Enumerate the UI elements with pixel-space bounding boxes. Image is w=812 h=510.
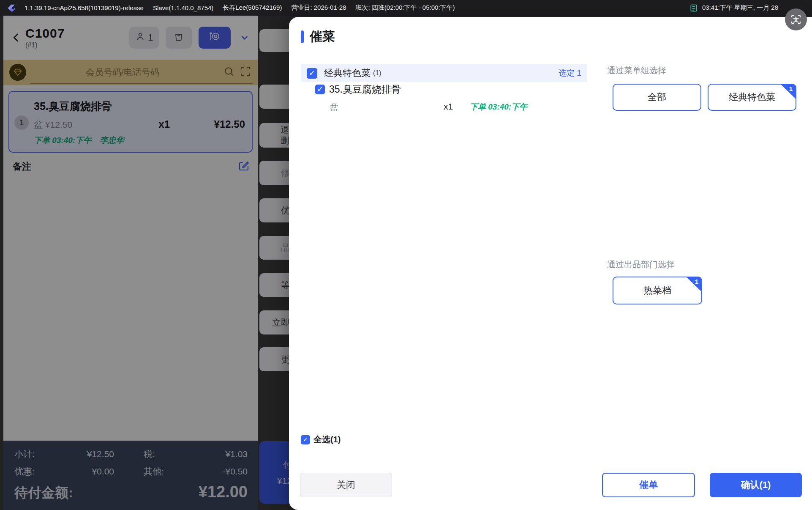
- app-version-text: 1.1.39.19-cnApi25.658(10139019)-release: [25, 4, 144, 11]
- screen: 1.1.39.19-cnApi25.658(10139019)-release …: [0, 0, 812, 510]
- business-day-text: 营业日: 2026-01-28: [291, 4, 346, 12]
- dish-qty: x1: [444, 101, 453, 112]
- operator-text: 长春Lee(505742169): [223, 4, 282, 12]
- select-all-label: 全选(1): [313, 434, 341, 445]
- dish-item-name: 35.臭豆腐烧排骨: [329, 83, 401, 96]
- confirm-button[interactable]: 确认(1): [710, 473, 802, 497]
- title-accent-bar: [301, 30, 304, 43]
- select-all-row[interactable]: 全选(1): [301, 434, 341, 445]
- filter-group-button[interactable]: 经典特色菜 1: [708, 84, 796, 111]
- group-name: 经典特色菜: [324, 67, 371, 80]
- top-bar: 1.1.39.19-cnApi25.658(10139019)-release …: [0, 0, 812, 16]
- slave-text: Slave(1.1.40.0_8754): [153, 4, 213, 11]
- filter-all-button[interactable]: 全部: [613, 84, 701, 111]
- shift-text: 班次: 四班(02:00:下午 - 05:00:下午): [356, 4, 455, 12]
- close-button[interactable]: 关闭: [300, 473, 392, 497]
- filter-department-button[interactable]: 热菜档 1: [613, 277, 702, 304]
- clock-text: 03:41:下午 星期三, 一月 28: [702, 4, 778, 12]
- urge-order-button[interactable]: 催单: [602, 473, 695, 497]
- translate-button[interactable]: 文: [785, 8, 807, 30]
- department-badge: 1: [683, 277, 702, 295]
- dish-item-row[interactable]: 35.臭豆腐烧排骨: [315, 83, 401, 96]
- printer-status-icon: [689, 4, 698, 12]
- group-count: (1): [373, 69, 381, 77]
- dish-spec: 盆: [330, 101, 338, 113]
- group-checkbox[interactable]: [307, 68, 317, 79]
- dish-order-time: 下单 03:40:下午: [470, 101, 527, 112]
- menu-group-section-label: 通过菜单组选择: [607, 65, 666, 76]
- select-all-checkbox[interactable]: [301, 435, 310, 444]
- item-checkbox[interactable]: [315, 85, 325, 94]
- department-section-label: 通过出品部门选择: [607, 259, 675, 270]
- modal-title: 催菜: [310, 28, 335, 45]
- selected-count: 选定 1: [559, 68, 581, 79]
- translate-icon: 文: [790, 13, 802, 26]
- group-badge: 1: [777, 84, 796, 102]
- app-logo-icon: [7, 4, 15, 12]
- urge-dish-modal: 催菜 经典特色菜 (1) 选定 1 35.臭豆腐烧排骨 盆 x1 下单 03:4…: [289, 17, 812, 510]
- dish-group-row[interactable]: 经典特色菜 (1) 选定 1: [301, 64, 587, 82]
- svg-text:文: 文: [793, 16, 799, 23]
